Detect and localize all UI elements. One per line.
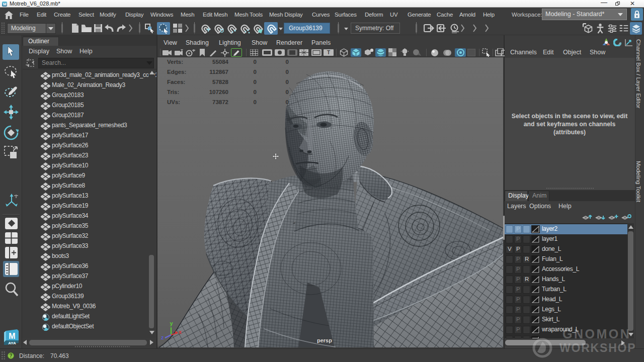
svg-text:AYA: AYA [8,341,16,345]
svg-text:y: y [170,320,174,326]
svg-text:x: x [179,329,182,335]
svg-text:M: M [9,332,15,340]
svg-text:z: z [161,334,164,340]
svg-text:persp: persp [317,337,332,343]
svg-text:T: T [327,50,330,55]
